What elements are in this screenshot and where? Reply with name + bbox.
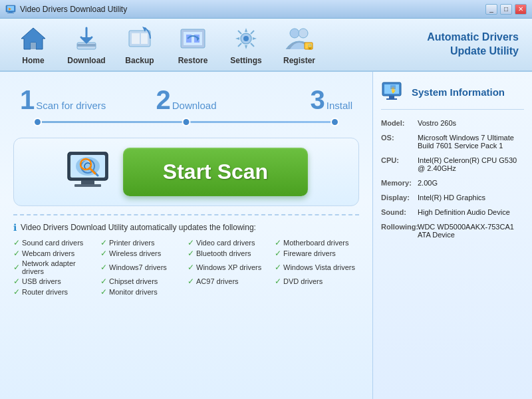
driver-item: ✓Wireless drivers [100, 249, 185, 258]
toolbar-register[interactable]: 🔒 Register [279, 24, 319, 65]
check-icon: ✓ [188, 249, 194, 258]
step-3: 3 Install [241, 85, 352, 115]
settings-label: Settings [230, 56, 261, 65]
check-icon: ✓ [100, 263, 107, 272]
sysinfo-value: WDC WD5000AAKX-753CA1 ATA Device [418, 223, 524, 239]
main-area: 1 Scan for drivers 2 Download 3 Install [0, 72, 532, 399]
check-icon: ✓ [188, 277, 194, 286]
driver-item: ✓Network adapter drivers [13, 259, 98, 275]
sysinfo-row: Sound:High Definition Audio Device [381, 208, 524, 216]
svg-point-19 [299, 29, 308, 38]
check-icon: ✓ [275, 263, 281, 272]
sysinfo-value: Intel(R) Celeron(R) CPU G530 @ 2.40GHz [418, 156, 524, 172]
check-icon: ✓ [13, 287, 20, 297]
start-scan-button[interactable]: Start Scan [123, 148, 308, 196]
download-label: Download [67, 56, 105, 65]
scan-computer-icon [65, 149, 118, 196]
sysinfo-value: Microsoft Windows 7 Ultimate Build 7601 … [418, 134, 524, 150]
sysinfo-row: Model:Vostro 260s [381, 119, 524, 127]
content-area: 1 Scan for drivers 2 Download 3 Install [0, 72, 372, 399]
title-bar: ▶ Video Drivers Download Utility _ □ ✕ [0, 0, 532, 19]
sysinfo-label: Memory: [381, 179, 418, 187]
drivers-grid: ✓Sound card drivers✓Printer drivers✓Vide… [13, 238, 359, 297]
step-1: 1 Scan for drivers [20, 85, 131, 115]
register-icon: 🔒 [285, 24, 314, 53]
svg-rect-6 [31, 43, 36, 49]
driver-item: ✓AC97 drivers [188, 277, 272, 286]
download-icon [72, 24, 101, 53]
svg-point-17 [243, 36, 249, 41]
driver-item: ✓Bluetooth drivers [188, 249, 272, 258]
progress-line [13, 118, 359, 127]
check-icon: ✓ [100, 238, 107, 247]
svg-text:🔒: 🔒 [307, 43, 313, 50]
toolbar-home[interactable]: Home [13, 24, 53, 65]
toolbar-settings[interactable]: Settings [226, 24, 266, 65]
driver-item: ✓Video card drivers [188, 238, 272, 247]
steps-row: 1 Scan for drivers 2 Download 3 Install [13, 85, 359, 115]
sysinfo-label: Display: [381, 194, 418, 201]
info-section: ℹ Video Drivers Download Utility automat… [13, 214, 359, 297]
svg-point-18 [290, 29, 299, 38]
scan-area: Start Scan [13, 138, 359, 206]
svg-text:✔: ✔ [392, 89, 396, 95]
sysinfo-label: Sound: [381, 208, 418, 216]
svg-rect-10 [132, 33, 140, 44]
driver-item: ✓Windows XP drivers [188, 259, 272, 275]
check-icon: ✓ [188, 263, 194, 272]
settings-icon [231, 24, 261, 53]
restore-button[interactable]: □ [500, 4, 512, 15]
toolbar-restore[interactable]: Restore [173, 24, 213, 65]
restore-label: Restore [178, 56, 208, 65]
backup-icon [125, 24, 154, 53]
sysinfo-label: Model: [381, 119, 418, 127]
check-icon: ✓ [275, 277, 281, 286]
svg-rect-3 [7, 13, 14, 13]
home-icon [19, 24, 48, 53]
check-icon: ✓ [13, 263, 20, 272]
close-button[interactable]: ✕ [515, 4, 527, 15]
svg-rect-24 [81, 180, 94, 184]
info-title: ℹ Video Drivers Download Utility automat… [13, 222, 359, 233]
svg-rect-11 [141, 33, 148, 44]
check-icon: ✓ [13, 238, 20, 247]
step2-label: Download [172, 100, 217, 111]
minimize-button[interactable]: _ [485, 4, 497, 15]
sysinfo-row: Display:Intel(R) HD Graphics [381, 194, 524, 201]
sysinfo-rows: Model:Vostro 260sOS:Microsoft Windows 7 … [381, 119, 524, 239]
check-icon: ✓ [275, 238, 281, 247]
driver-item: ✓Sound card drivers [13, 238, 98, 247]
step1-num: 1 [20, 85, 35, 115]
sysinfo-value: Intel(R) HD Graphics [418, 194, 485, 201]
info-icon: ℹ [13, 222, 17, 233]
step3-label: Install [327, 100, 352, 111]
sysinfo-header: ✔ System Information [381, 80, 524, 110]
restore-icon [178, 24, 207, 53]
toolbar-backup[interactable]: Backup [120, 24, 160, 65]
toolbar: Home Download Backup Resto [0, 19, 532, 72]
check-icon: ✓ [13, 277, 20, 286]
check-icon: ✓ [188, 238, 194, 247]
check-icon: ✓ [100, 277, 107, 286]
step3-num: 3 [311, 85, 325, 115]
driver-item: ✓Webcam drivers [13, 249, 98, 258]
window-title: Video Drivers Download Utility [20, 5, 485, 14]
svg-rect-34 [389, 96, 394, 98]
sysinfo-icon: ✔ [381, 80, 405, 104]
driver-item: ✓Monitor drivers [100, 287, 185, 297]
driver-item: ✓Printer drivers [100, 238, 185, 247]
toolbar-download[interactable]: Download [66, 24, 106, 65]
check-icon: ✓ [100, 287, 107, 297]
sysinfo-row: OS:Microsoft Windows 7 Ultimate Build 76… [381, 134, 524, 150]
sysinfo-row: CPU:Intel(R) Celeron(R) CPU G530 @ 2.40G… [381, 156, 524, 172]
brand-text: Automatic Drivers Update Utility [427, 31, 519, 59]
sysinfo-row: Memory:2.00G [381, 179, 524, 187]
sysinfo-value: Vostro 260s [418, 119, 456, 127]
sysinfo-title: System Information [412, 86, 505, 98]
driver-item: ✓Router drivers [13, 287, 98, 297]
driver-item: ✓Fireware drivers [275, 249, 359, 258]
svg-rect-35 [386, 98, 397, 100]
register-label: Register [283, 56, 315, 65]
app-icon: ▶ [5, 4, 16, 15]
driver-item: ✓DVD drivers [275, 277, 359, 286]
